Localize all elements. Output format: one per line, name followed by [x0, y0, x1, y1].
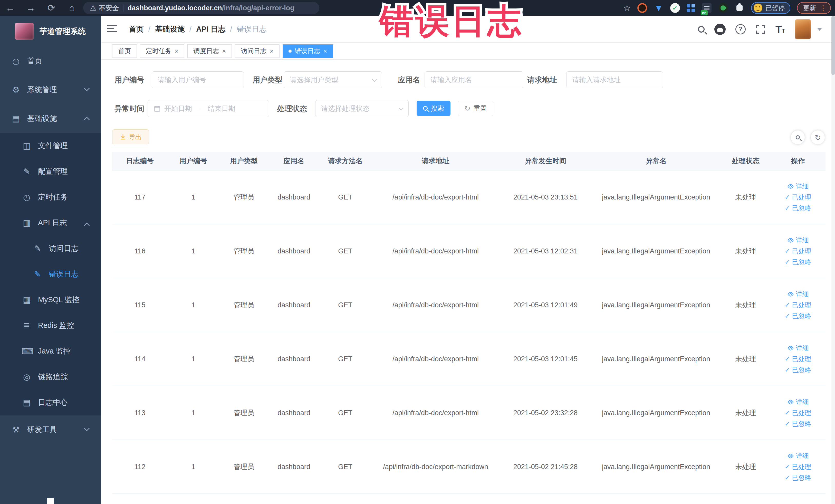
browser-back-icon[interactable]: ←: [0, 3, 21, 13]
tab-close-icon[interactable]: ×: [269, 48, 273, 55]
sidebar-item-file-manage[interactable]: ◫ 文件管理: [0, 133, 101, 159]
mark-ignored-link[interactable]: ✓已忽略: [785, 420, 811, 428]
sidebar-item-mysql-monitor[interactable]: ▦ MySQL 监控: [0, 287, 101, 313]
extension-grid-icon[interactable]: [687, 4, 695, 12]
github-icon[interactable]: [714, 24, 726, 35]
extension-sprout-icon[interactable]: [718, 3, 728, 13]
redis-monitor-icon: ≣: [22, 321, 32, 330]
toggle-search-icon-button[interactable]: [791, 130, 805, 144]
request-url-input[interactable]: 请输入请求地址: [566, 72, 663, 88]
tab-close-icon[interactable]: ×: [222, 48, 226, 55]
sidebar-item-redis-monitor[interactable]: ≣ Redis 监控: [0, 313, 101, 338]
filter-label-process-status: 处理状态: [275, 100, 307, 117]
mark-ignored-link[interactable]: ✓已忽略: [785, 366, 811, 374]
extension-shield-icon[interactable]: ▼: [654, 3, 664, 13]
view-tab[interactable]: 调度日志 ×: [187, 44, 232, 58]
mark-processed-link[interactable]: ✓已处理: [785, 463, 811, 471]
extensions-puzzle-icon[interactable]: [735, 3, 745, 13]
sidebar-item-access-log[interactable]: ✎ 访问日志: [0, 236, 101, 261]
sidebar-item-config-edit[interactable]: ✎ 配置管理: [0, 159, 101, 184]
mark-ignored-link[interactable]: ✓已忽略: [785, 473, 811, 482]
mark-processed-link[interactable]: ✓已处理: [785, 301, 811, 309]
sidebar-item-java-monitor[interactable]: ⌨ Java 监控: [0, 338, 101, 364]
sidebar-item-log-center[interactable]: ▤ 日志中心: [0, 390, 101, 416]
select-chevron-icon: [372, 77, 376, 82]
detail-link[interactable]: 详细: [787, 236, 809, 244]
breadcrumb-api-log[interactable]: API 日志: [196, 24, 225, 35]
cell-user-type: 管理员: [219, 386, 269, 440]
tab-close-icon[interactable]: ×: [175, 48, 178, 55]
sidebar-item-trace[interactable]: ◎ 链路追踪: [0, 364, 101, 390]
browser-reload-icon[interactable]: ⟳: [41, 3, 62, 13]
browser-update-button[interactable]: 更新 ⋮: [797, 2, 831, 14]
view-tab[interactable]: 错误日志 ×: [283, 44, 333, 58]
breadcrumb-home[interactable]: 首页: [129, 24, 144, 35]
mark-processed-link[interactable]: ✓已处理: [785, 355, 811, 363]
detail-link[interactable]: 详细: [787, 451, 809, 460]
browser-menu-kebab-icon[interactable]: ⋮: [820, 4, 827, 12]
browser-home-icon[interactable]: ⌂: [62, 3, 82, 13]
breadcrumb-infra[interactable]: 基础设施: [155, 24, 185, 35]
detail-link[interactable]: 详细: [787, 182, 809, 190]
user-id-input[interactable]: 请输入用户编号: [152, 72, 244, 88]
sidebar-item-monitor[interactable]: ▤ 基础设施: [0, 104, 101, 133]
exception-time-range-picker[interactable]: 开始日期 - 结束日期: [148, 100, 269, 117]
sidebar-item-dev-tools[interactable]: ⚒ 研发工具: [0, 416, 101, 444]
reset-button[interactable]: ↻ 重置: [458, 101, 493, 116]
table-row: 114 1 管理员 dashboard GET /api/infra/db-do…: [112, 332, 826, 386]
bookmark-star-icon[interactable]: ☆: [623, 3, 631, 13]
sidebar-item-gear[interactable]: ⚙ 系统管理: [0, 76, 101, 104]
search-button[interactable]: 搜索: [416, 101, 450, 116]
sidebar-item-timer[interactable]: ◴ 定时任务: [0, 184, 101, 210]
filter-row-2: 异常时间 开始日期 - 结束日期 处理状态 请选择处理状态 搜索: [112, 100, 805, 117]
page-scrollbar-thumb[interactable]: [831, 16, 835, 75]
cell-exception-time: 2021-05-03 12:01:45: [500, 332, 591, 386]
search-icon[interactable]: [698, 26, 705, 33]
extension-tampermonkey-icon[interactable]: on: [702, 3, 712, 13]
tab-close-icon[interactable]: ×: [323, 48, 327, 55]
sidebar-item-error-log[interactable]: ✎ 错误日志: [0, 261, 101, 287]
view-tab[interactable]: 首页: [112, 44, 137, 58]
cell-process-status: 未处理: [721, 440, 770, 493]
cell-log-id: 117: [112, 170, 168, 224]
view-tab[interactable]: 访问日志 ×: [235, 44, 279, 58]
breadcrumb-separator: /: [230, 25, 232, 33]
fullscreen-icon[interactable]: [755, 24, 766, 35]
help-icon[interactable]: ?: [735, 24, 746, 35]
profile-paused-chip[interactable]: 已暂停: [751, 2, 790, 14]
sidebar-item-dashboard[interactable]: ◷ 首页: [0, 47, 101, 76]
mark-processed-link[interactable]: ✓已处理: [785, 247, 811, 256]
app-name-input[interactable]: 请输入应用名: [425, 72, 523, 88]
mark-processed-link[interactable]: ✓已处理: [785, 409, 811, 417]
cell-method: GET: [319, 278, 371, 332]
cell-app-name: dashboard: [269, 224, 319, 278]
view-tab[interactable]: 定时任务 ×: [140, 44, 184, 58]
mark-processed-link[interactable]: ✓已处理: [785, 193, 811, 202]
page-scrollbar-track[interactable]: [831, 16, 835, 504]
address-bar[interactable]: ⚠ 不安全 dashboard.yudao.iocoder.cn/infra/l…: [83, 2, 319, 14]
not-secure-label[interactable]: 不安全: [99, 4, 119, 13]
browser-forward-icon[interactable]: →: [21, 3, 41, 13]
detail-link[interactable]: 详细: [787, 290, 809, 298]
mark-ignored-link[interactable]: ✓已忽略: [785, 204, 811, 212]
detail-link[interactable]: 详细: [787, 398, 809, 406]
refresh-icon-button[interactable]: ↻: [811, 130, 825, 144]
user-type-select[interactable]: 请选择用户类型: [284, 72, 382, 88]
detail-link[interactable]: 详细: [787, 344, 809, 352]
extension-orange-icon[interactable]: [637, 3, 647, 13]
sidebar-item-api-log[interactable]: ▥ API 日志: [0, 210, 101, 236]
check-icon: ✓: [785, 463, 790, 471]
user-avatar[interactable]: [795, 19, 811, 39]
sidebar-collapse-icon[interactable]: [107, 25, 117, 33]
cell-log-id: 112: [112, 440, 168, 493]
column-header: 异常名: [591, 152, 721, 170]
mark-ignored-link[interactable]: ✓已忽略: [785, 312, 811, 320]
extension-check-icon[interactable]: ✓: [670, 3, 680, 13]
export-button[interactable]: 导出: [112, 129, 149, 144]
check-icon: ✓: [785, 366, 790, 374]
avatar-caret-down-icon[interactable]: [817, 28, 822, 31]
sidebar-logo-row[interactable]: 芋道管理系统: [0, 16, 101, 47]
font-size-icon[interactable]: TT: [775, 24, 785, 35]
process-status-select[interactable]: 请选择处理状态: [315, 100, 409, 117]
mark-ignored-link[interactable]: ✓已忽略: [785, 258, 811, 266]
